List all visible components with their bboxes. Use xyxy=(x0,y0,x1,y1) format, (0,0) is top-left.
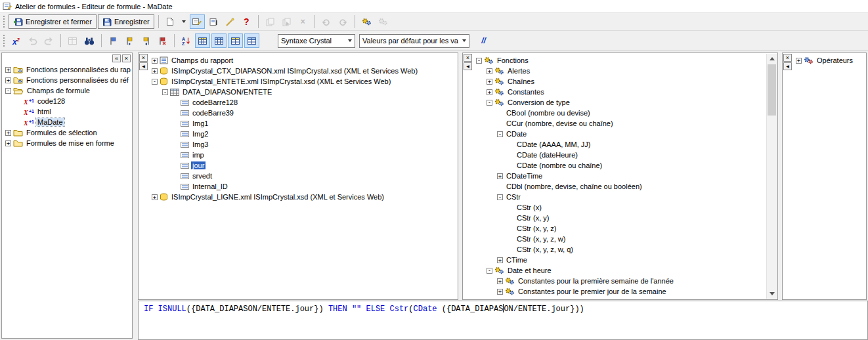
show-editor-toggle[interactable] xyxy=(190,14,205,29)
expand-box-icon[interactable]: + xyxy=(487,89,492,95)
toolbar-grip[interactable] xyxy=(3,34,5,47)
custom-function-expert-button[interactable] xyxy=(376,14,391,29)
scrollbar-thumb[interactable] xyxy=(768,64,776,116)
help-button[interactable]: ? xyxy=(239,14,254,29)
close-panel-button[interactable]: × xyxy=(464,54,472,62)
functions-tree-item[interactable]: +CDateTime xyxy=(475,171,766,181)
scroll-left-button[interactable]: ◀ xyxy=(139,62,148,70)
add-to-repository-button[interactable] xyxy=(263,14,278,29)
scroll-left-button[interactable]: ◀ xyxy=(783,62,792,70)
refresh-repository-button[interactable] xyxy=(319,14,334,29)
fields-tree-item[interactable]: Img1 xyxy=(150,118,456,129)
functions-tree-item[interactable]: CDate (nombre ou chaîne) xyxy=(475,160,766,171)
close-panel-button[interactable]: × xyxy=(783,54,792,62)
fields-tree-item[interactable]: -ISImpCrystal_ENTETE.xml ISImpCrystal.xs… xyxy=(150,76,456,87)
formula-editor[interactable]: IF ISNULL({DATA_DIAPASON/ENTETE.jour}) T… xyxy=(138,301,868,340)
collapse-box-icon[interactable]: - xyxy=(5,88,11,94)
delete-button[interactable]: × xyxy=(295,14,311,29)
expand-box-icon[interactable]: + xyxy=(152,58,158,64)
exception-handling-select[interactable]: Valeurs par défaut pour les va xyxy=(359,34,469,48)
functions-tree-item[interactable]: -CStr xyxy=(475,192,766,202)
revert-button[interactable] xyxy=(336,14,351,29)
fields-tree-item[interactable]: Img3 xyxy=(150,139,456,150)
workshop-tree-item[interactable]: X+1MaDate xyxy=(4,117,131,127)
expand-box-icon[interactable]: + xyxy=(5,140,11,146)
functions-tree-item[interactable]: +Alertes xyxy=(475,66,766,76)
fields-tree-item[interactable]: codeBarre128 xyxy=(150,97,456,108)
check-formula-button[interactable]: x2 xyxy=(9,33,24,48)
find-button[interactable] xyxy=(81,33,97,48)
scroll-up-button[interactable] xyxy=(767,54,777,64)
fields-tree-item[interactable]: srvedt xyxy=(150,171,456,181)
close-panel-button[interactable]: × xyxy=(122,54,131,62)
expand-box-icon[interactable]: + xyxy=(5,130,11,136)
functions-tree-item[interactable]: CStr (x, y, z) xyxy=(475,223,766,234)
formula-expert-button[interactable] xyxy=(223,14,238,29)
browse-data-button[interactable] xyxy=(65,33,80,48)
expand-box-icon[interactable]: + xyxy=(497,278,503,284)
redo-button[interactable] xyxy=(41,33,56,48)
collapse-box-icon[interactable]: - xyxy=(487,100,492,106)
fields-tree-item[interactable]: +Champs du rapport xyxy=(150,55,456,66)
expand-box-icon[interactable]: + xyxy=(796,58,802,64)
fields-tree-item[interactable]: codeBarre39 xyxy=(150,108,456,118)
fields-tree-item[interactable]: -DATA_DIAPASON/ENTETE xyxy=(150,87,456,97)
functions-tree-item[interactable]: CStr (x, y, z, w) xyxy=(475,234,766,244)
fields-tree-item[interactable]: +ISImpCrystal_CTX_DIAPASON.xml ISImpCrys… xyxy=(150,66,456,76)
expand-box-icon[interactable]: + xyxy=(5,67,11,73)
functions-tree-item[interactable]: -Date et heure xyxy=(475,265,766,276)
new-formula-button[interactable] xyxy=(163,14,178,29)
workshop-tree-item[interactable]: +Fonctions personnalisées du rap xyxy=(4,64,131,75)
scroll-left-button[interactable]: ◀ xyxy=(464,62,472,70)
rename-formula-button[interactable] xyxy=(206,14,221,29)
fields-tree-item[interactable]: Internal_ID xyxy=(150,181,456,192)
expand-box-icon[interactable]: + xyxy=(152,194,158,200)
previous-bookmark-button[interactable] xyxy=(139,33,154,48)
toggle-bookmark-button[interactable] xyxy=(106,33,121,48)
functions-tree-item[interactable]: +Constantes xyxy=(475,87,766,97)
next-bookmark-button[interactable] xyxy=(122,33,137,48)
function-tree-toggle[interactable] xyxy=(211,33,227,48)
functions-tree-item[interactable]: CDate (AAAA, MM, JJ) xyxy=(475,139,766,150)
collapse-box-icon[interactable]: - xyxy=(152,79,158,85)
expand-box-icon[interactable]: + xyxy=(152,68,158,74)
workshop-tree-item[interactable]: -Champs de formule xyxy=(4,85,131,96)
functions-tree-item[interactable]: -Conversion de type xyxy=(475,97,766,108)
functions-tree-item[interactable]: +Constantes pour la première semaine de … xyxy=(475,276,766,286)
sort-trees-button[interactable]: AZ xyxy=(179,33,194,48)
collapse-box-icon[interactable]: - xyxy=(487,268,492,274)
functions-tree-item[interactable]: +Constantes pour le premier jour de la s… xyxy=(475,286,766,297)
fields-tree-item[interactable]: Img2 xyxy=(150,129,456,139)
functions-tree-item[interactable]: CStr (x, y) xyxy=(475,213,766,223)
custom-function-editor-button[interactable] xyxy=(359,14,374,29)
workshop-tree-item[interactable]: X+1html xyxy=(4,106,131,117)
collapse-box-icon[interactable]: - xyxy=(497,194,503,200)
new-formula-dropdown[interactable] xyxy=(179,14,188,29)
scroll-down-button[interactable] xyxy=(767,289,777,299)
functions-tree-item[interactable]: CBool (nombre ou devise) xyxy=(475,108,766,118)
expand-box-icon[interactable]: + xyxy=(5,77,11,83)
collapse-box-icon[interactable]: - xyxy=(162,89,168,95)
expand-box-icon[interactable]: + xyxy=(487,79,492,85)
clear-bookmarks-button[interactable] xyxy=(155,33,170,48)
close-panel-button[interactable]: × xyxy=(139,54,148,62)
fields-tree-item[interactable]: +ISImpCrystal_LIGNE.xml ISImpCrystal.xsd… xyxy=(150,192,456,202)
toolbar-grip[interactable] xyxy=(3,15,5,28)
functions-tree-item[interactable]: CDbl (nombre, devise, chaîne ou booléen) xyxy=(475,181,766,192)
expand-box-icon[interactable]: + xyxy=(497,289,503,295)
functions-scrollbar[interactable] xyxy=(766,54,777,299)
functions-tree-item[interactable]: CStr (x, y, z, w, q) xyxy=(475,244,766,255)
copy-from-repository-button[interactable] xyxy=(279,14,294,29)
functions-tree-item[interactable]: CCur (nombre, devise ou chaîne) xyxy=(475,118,766,129)
expand-box-icon[interactable]: + xyxy=(497,173,503,179)
workshop-tree-item[interactable]: X+1code128 xyxy=(4,96,131,106)
undo-button[interactable] xyxy=(25,33,40,48)
functions-tree-item[interactable]: CStr (x) xyxy=(475,202,766,213)
comment-button[interactable]: // xyxy=(476,33,491,48)
operator-tree-toggle[interactable] xyxy=(228,33,243,48)
expand-box-icon[interactable]: + xyxy=(487,68,492,74)
operators-tree-item[interactable]: +Opérateurs xyxy=(794,55,865,66)
functions-tree-item[interactable]: CDate (dateHeure) xyxy=(475,150,766,160)
expand-box-icon[interactable]: + xyxy=(497,257,503,263)
functions-tree-item[interactable]: -Fonctions xyxy=(475,55,766,66)
